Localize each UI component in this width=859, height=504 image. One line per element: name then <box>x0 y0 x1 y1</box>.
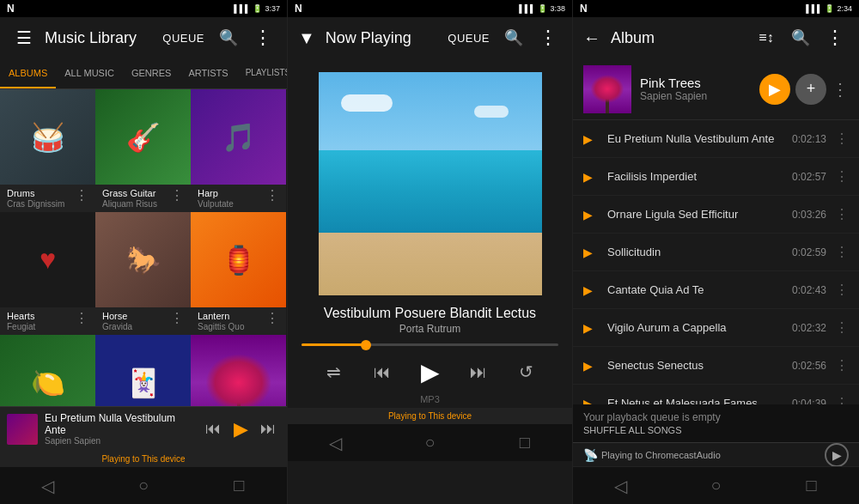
track-name-1: Eu Pretium Nulla Vestibulum Ante <box>607 132 783 145</box>
track-more-3[interactable]: ⋮ <box>835 206 849 222</box>
more-icon-right[interactable]: ⋮ <box>821 24 849 52</box>
now-playing-title: Now Playing <box>326 29 437 47</box>
track-duration-6: 0:02:32 <box>792 322 826 334</box>
nav-back-right[interactable]: ◁ <box>602 467 640 505</box>
queue-button-left[interactable]: QUEUE <box>159 28 208 48</box>
track-more-2[interactable]: ⋮ <box>835 168 849 185</box>
track-item-3[interactable]: ▶ Ornare Ligula Sed Efficitur 0:03:26 ⋮ <box>573 196 859 234</box>
track-item-8[interactable]: ▶ Et Netus et Malesuada Fames 0:04:39 ⋮ <box>573 385 859 404</box>
album-horse[interactable]: 🐎 Horse Gravida ⋮ <box>95 212 191 335</box>
album-hearts[interactable]: ♥ Hearts Feugiat ⋮ <box>0 212 95 335</box>
track-more-4[interactable]: ⋮ <box>835 244 849 260</box>
prev-button-mid[interactable]: ⏮ <box>367 356 398 387</box>
track-item-2[interactable]: ▶ Facilisis Imperdiet 0:02:57 ⋮ <box>573 158 859 196</box>
status-left-mid: N <box>295 3 302 15</box>
track-name-8: Et Netus et Malesuada Fames <box>607 397 783 404</box>
play-album-button[interactable]: ▶ <box>759 74 790 105</box>
track-duration-8: 0:04:39 <box>792 398 826 405</box>
cast-icon: 📡 <box>583 448 598 462</box>
nav-recent-left[interactable]: □ <box>220 467 258 505</box>
sort-icon-right[interactable]: ≡↕ <box>752 24 780 52</box>
album-page-title: Album <box>611 29 746 47</box>
album-piano-cards[interactable]: 🃏 Piano Cards Dolor ⋮ <box>95 335 191 406</box>
track-list: ▶ Eu Pretium Nulla Vestibulum Ante 0:02:… <box>573 120 859 404</box>
tab-all-music[interactable]: ALL MUSIC <box>56 58 123 88</box>
album-more-horse[interactable]: ⋮ <box>170 310 184 326</box>
progress-fill <box>302 343 366 346</box>
album-header-artist: Sapien Sapien <box>640 90 751 102</box>
track-more-8[interactable]: ⋮ <box>835 395 849 404</box>
prev-button-left[interactable]: ⏮ <box>201 417 225 441</box>
play-icon-4: ▶ <box>583 246 599 259</box>
more-icon-mid[interactable]: ⋮ <box>534 24 562 52</box>
track-duration-2: 0:02:57 <box>792 171 826 183</box>
album-more-grass[interactable]: ⋮ <box>170 187 184 203</box>
nav-back-left[interactable]: ◁ <box>29 467 67 505</box>
play-icon-6: ▶ <box>583 321 599 335</box>
back-button-right[interactable]: ← <box>583 28 600 48</box>
track-item-1[interactable]: ▶ Eu Pretium Nulla Vestibulum Ante 0:02:… <box>573 120 859 158</box>
play-circle-right[interactable]: ▶ <box>825 443 849 467</box>
next-button-mid[interactable]: ⏭ <box>463 356 494 387</box>
play-button-left[interactable]: ▶ <box>228 417 253 441</box>
search-icon-mid[interactable]: 🔍 <box>500 24 527 52</box>
album-more-harp[interactable]: ⋮ <box>265 187 279 203</box>
track-item-4[interactable]: ▶ Sollicitudin 0:02:59 ⋮ <box>573 234 859 271</box>
play-icon-8: ▶ <box>583 397 599 405</box>
tab-genres[interactable]: GENRES <box>123 58 180 88</box>
cloud2 <box>474 106 509 118</box>
bottom-nav-right: ◁ ○ □ <box>573 466 859 504</box>
album-header: Pink Trees Sapien Sapien ▶ + ⋮ <box>573 58 859 120</box>
np-artist-left: Sapien Sapien <box>45 436 194 446</box>
back-button-mid[interactable]: ▼ <box>298 28 315 48</box>
album-more-drums[interactable]: ⋮ <box>75 187 88 203</box>
tab-artists[interactable]: ARTISTS <box>180 58 236 88</box>
track-more-7[interactable]: ⋮ <box>835 357 849 373</box>
search-icon-left[interactable]: 🔍 <box>215 24 242 52</box>
track-more-6[interactable]: ⋮ <box>835 319 849 336</box>
nav-home-right[interactable]: ○ <box>698 467 735 505</box>
album-lantern[interactable]: 🏮 Lantern Sagittis Quo ⋮ <box>191 212 286 335</box>
np-thumb-left <box>7 414 38 445</box>
album-grid: 🥁 Drums Cras Dignissim ⋮ 🎸 Grass Guitar <box>0 89 287 406</box>
nav-home-mid[interactable]: ○ <box>411 424 448 462</box>
search-icon-right[interactable]: 🔍 <box>787 24 814 52</box>
track-more-1[interactable]: ⋮ <box>835 131 849 147</box>
album-sub-hearts: Feugiat <box>7 322 75 331</box>
track-more-5[interactable]: ⋮ <box>835 282 849 298</box>
track-item-7[interactable]: ▶ Senectus Senectus 0:02:56 ⋮ <box>573 347 859 385</box>
album-grass-guitar[interactable]: 🎸 Grass Guitar Aliquam Risus ⋮ <box>95 89 191 212</box>
shuffle-button[interactable]: ⇌ <box>319 356 350 387</box>
play-button-mid[interactable]: ▶ <box>415 356 446 387</box>
track-item-5[interactable]: ▶ Cantate Quia Ad Te 0:02:43 ⋮ <box>573 271 859 309</box>
shuffle-all-button[interactable]: SHUFFLE ALL SONGS <box>583 425 849 435</box>
nav-recent-mid[interactable]: □ <box>506 424 544 462</box>
album-lime[interactable]: 🍋 Lime Varius elementum ⋮ <box>0 335 95 406</box>
tab-playlists[interactable]: PLAYLISTS <box>237 58 287 88</box>
more-album-btn[interactable]: ⋮ <box>832 79 849 100</box>
queue-button-mid[interactable]: QUEUE <box>444 28 493 48</box>
nav-recent-right[interactable]: □ <box>793 467 831 505</box>
repeat-button[interactable]: ↺ <box>511 356 542 387</box>
app-bar-middle: ▼ Now Playing QUEUE 🔍 ⋮ <box>288 17 572 58</box>
time-mid: 3:38 <box>550 4 565 13</box>
track-item-6[interactable]: ▶ Vigilo Aurum a Cappella 0:02:32 ⋮ <box>573 309 859 347</box>
track-name-2: Facilisis Imperdiet <box>607 170 783 183</box>
nav-home-left[interactable]: ○ <box>125 467 162 505</box>
tab-albums[interactable]: ALBUMS <box>0 58 56 88</box>
now-playing-panel: N ▌▌▌ 🔋 3:38 ▼ Now Playing QUEUE 🔍 ⋮ Ves… <box>288 0 573 504</box>
progress-bar-wrap[interactable] <box>288 343 572 346</box>
album-drums[interactable]: 🥁 Drums Cras Dignissim ⋮ <box>0 89 95 212</box>
more-icon-left[interactable]: ⋮ <box>249 24 277 52</box>
album-harp[interactable]: 🎵 Harp Vulputate ⋮ <box>191 89 286 212</box>
progress-track[interactable] <box>302 343 558 346</box>
album-row-1: 🥁 Drums Cras Dignissim ⋮ 🎸 Grass Guitar <box>0 89 287 212</box>
nav-back-mid[interactable]: ◁ <box>316 424 354 462</box>
album-more-hearts[interactable]: ⋮ <box>75 310 88 326</box>
album-pink-trees[interactable]: Pink Trees Sapien Sapien ⋮ <box>191 335 286 406</box>
next-button-left[interactable]: ⏭ <box>256 417 280 441</box>
menu-icon[interactable]: ☰ <box>10 24 38 52</box>
album-more-lantern[interactable]: ⋮ <box>265 310 279 326</box>
album-art <box>319 72 542 295</box>
add-album-button[interactable]: + <box>795 74 826 105</box>
